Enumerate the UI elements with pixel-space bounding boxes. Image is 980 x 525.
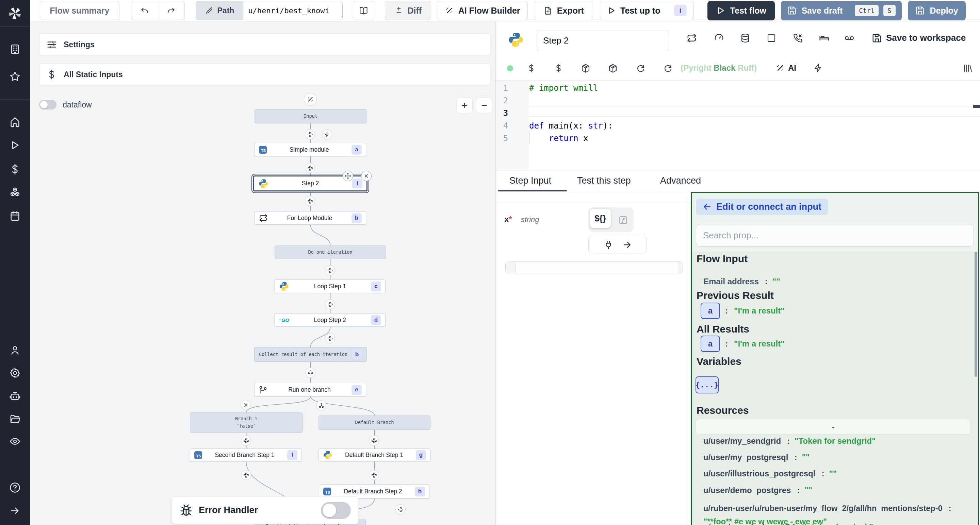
node-input[interactable]: Input: [255, 109, 366, 124]
cache-db-icon[interactable]: [740, 33, 750, 43]
node-branch-1[interactable]: Branch 1`false`: [190, 412, 302, 433]
tab-step-input[interactable]: Step Input: [509, 176, 551, 186]
remove-branch-button[interactable]: [240, 400, 251, 410]
zoom-out-button[interactable]: −: [476, 97, 492, 113]
sleep-icon[interactable]: [819, 33, 829, 43]
node-for-loop[interactable]: For Loop Module b: [255, 211, 366, 225]
add-step-button[interactable]: [305, 368, 315, 378]
add-step-button[interactable]: [241, 470, 251, 480]
add-step-button[interactable]: [241, 436, 251, 446]
resource-row[interactable]: u/user/my_sendgrid:"Token for sendgrid": [703, 436, 875, 446]
schedules-icon[interactable]: [0, 209, 30, 223]
template-mode-button[interactable]: ${}: [589, 208, 611, 228]
add-step-button[interactable]: [325, 333, 335, 343]
explore-packages-icon[interactable]: [581, 63, 590, 73]
node-loop-step-1[interactable]: Loop Step 1 c: [275, 279, 385, 293]
add-step-button[interactable]: [395, 504, 406, 514]
concurrency-icon[interactable]: [766, 33, 776, 43]
add-branch-button[interactable]: [316, 400, 326, 411]
javascript-mode-button[interactable]: [618, 215, 628, 225]
runs-icon[interactable]: [0, 138, 30, 152]
resource-row[interactable]: u/user/my_slack:"OAuth token for slack": [703, 522, 873, 525]
all-results-row[interactable]: :"I'm a result": [725, 339, 785, 349]
deploy-button[interactable]: Deploy: [908, 1, 966, 21]
help-icon[interactable]: [0, 481, 30, 495]
add-step-button[interactable]: [369, 470, 379, 480]
resource-picker-select[interactable]: -: [695, 419, 971, 435]
node-do-one-iteration[interactable]: Do one iteration: [275, 246, 386, 259]
add-trigger-button[interactable]: [322, 129, 332, 140]
favorites-icon[interactable]: [0, 70, 30, 83]
node-default-branch-step-1[interactable]: Default Branch Step 1 g: [318, 449, 430, 462]
previous-result-badge[interactable]: a: [701, 303, 720, 319]
home-icon[interactable]: [0, 115, 30, 129]
add-variable-icon[interactable]: [527, 63, 536, 73]
expand-sidebar-icon[interactable]: [0, 504, 30, 517]
node-loop-step-2[interactable]: GO Loop Step 2 d: [275, 313, 385, 327]
code-editor[interactable]: 1 2 3 4 5 # import wmill def main(x: str…: [496, 80, 980, 170]
plug-icon[interactable]: [604, 240, 613, 250]
tab-advanced[interactable]: Advanced: [660, 176, 701, 186]
save-draft-button[interactable]: Save draft Ctrl S: [781, 1, 902, 21]
resource-row[interactable]: u/user/demo_postgres:"": [703, 485, 812, 495]
save-to-workspace-button[interactable]: Save to workspace: [872, 33, 966, 43]
all-results-badge[interactable]: a: [701, 336, 720, 352]
flow-summary-button[interactable]: Flow summary: [40, 1, 119, 20]
audit-logs-icon[interactable]: [0, 435, 30, 448]
path-edit-button[interactable]: Path: [196, 2, 243, 20]
node-second-branch-step-1[interactable]: TS Second Branch Step 1 f: [190, 449, 302, 462]
resource-row[interactable]: u/ruben-user/u/ruben-user/my_flow_2/g/al…: [703, 502, 978, 525]
prop-list[interactable]: Flow Input Email address:"" Previous Res…: [692, 252, 978, 525]
instant-preview-icon[interactable]: [813, 63, 823, 73]
error-handler-toggle[interactable]: [321, 502, 351, 519]
workers-icon[interactable]: [0, 389, 30, 403]
ai-assistant-button[interactable]: AI: [775, 63, 796, 73]
cache-icon[interactable]: [687, 33, 697, 43]
redo-button[interactable]: [158, 2, 185, 20]
flow-graph-canvas[interactable]: Input TS Simple module a Step 2 i For Lo…: [30, 91, 495, 525]
undo-button[interactable]: [131, 2, 158, 20]
node-run-one-branch[interactable]: Run one branch e: [254, 383, 366, 397]
folders-icon[interactable]: [0, 412, 30, 426]
back-to-edit-button[interactable]: Edit or connect an input: [696, 198, 828, 215]
dataflow-toggle[interactable]: [39, 100, 56, 109]
previous-result-row[interactable]: :"I'm a result": [725, 306, 785, 316]
variables-icon[interactable]: [0, 163, 30, 176]
move-step-handle[interactable]: [343, 171, 353, 181]
path-input[interactable]: u/henri/best_knowi: [243, 2, 342, 20]
export-button[interactable]: Export: [534, 1, 593, 20]
ai-flow-builder-button[interactable]: AI Flow Builder: [437, 1, 528, 20]
flow-settings-card[interactable]: Settings: [39, 33, 490, 56]
step-name-input[interactable]: Step 2: [537, 30, 669, 51]
all-static-inputs-card[interactable]: All Static Inputs: [39, 63, 490, 86]
add-step-button[interactable]: [305, 196, 315, 206]
variables-badge[interactable]: {...}: [695, 376, 719, 393]
ai-step-suggest-button[interactable]: [304, 93, 317, 106]
settings-icon[interactable]: [0, 366, 30, 380]
resource-row[interactable]: u/user/my_postgresql:"": [703, 452, 810, 462]
search-prop-input[interactable]: Search prop...: [696, 224, 974, 246]
library-icon[interactable]: [963, 63, 972, 73]
windmill-logo[interactable]: [0, 0, 30, 27]
add-step-button[interactable]: [305, 163, 315, 173]
reset-icon[interactable]: [663, 63, 672, 73]
reload-icon[interactable]: [636, 63, 645, 73]
diff-button[interactable]: Diff: [385, 1, 431, 20]
docs-button[interactable]: [353, 1, 374, 20]
resource-row[interactable]: u/user/illustrious_postgresql:"": [703, 469, 837, 478]
resources-icon[interactable]: [0, 186, 30, 199]
tab-test-this-step[interactable]: Test this step: [577, 176, 631, 186]
add-step-button[interactable]: [369, 436, 379, 446]
user-icon[interactable]: [0, 343, 30, 357]
arg-value-input[interactable]: [505, 262, 683, 273]
add-step-button[interactable]: [325, 299, 335, 309]
add-step-button[interactable]: [325, 265, 335, 275]
flow-input-row[interactable]: Email address:"": [703, 277, 780, 286]
test-up-to-button[interactable]: Test up to i: [600, 1, 694, 20]
workspace-icon[interactable]: [0, 43, 30, 56]
node-default-branch[interactable]: Default Branch: [318, 416, 430, 430]
arrow-right-icon[interactable]: [623, 240, 632, 249]
add-resource-icon[interactable]: [554, 63, 563, 73]
delete-step-button[interactable]: [361, 171, 372, 181]
suspend-icon[interactable]: [793, 33, 803, 43]
